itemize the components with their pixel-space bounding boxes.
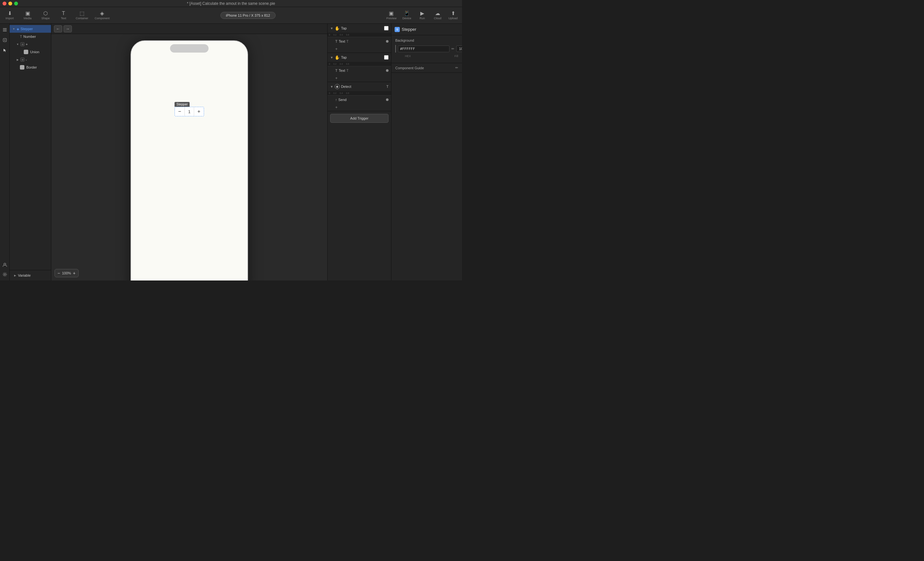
maximize-button[interactable] bbox=[14, 1, 18, 6]
trigger-add-tap1[interactable]: + bbox=[328, 45, 391, 52]
component-guide-label: Component Guide bbox=[395, 66, 424, 70]
run-label: Run bbox=[420, 16, 425, 20]
layer-item-plus-group[interactable]: ▼ ⊞ + bbox=[10, 40, 51, 48]
media-icon: ▣ bbox=[26, 11, 30, 16]
toolbar-shape[interactable]: ⬡ Shape bbox=[40, 11, 51, 20]
add-trigger-button[interactable]: Add Trigger bbox=[330, 114, 388, 123]
stepper-minus-button[interactable]: − bbox=[175, 107, 184, 116]
settings-btn[interactable] bbox=[1, 271, 8, 278]
hex-label: HEX bbox=[405, 54, 411, 58]
action-send-name: Send bbox=[339, 98, 347, 102]
border-shape-icon bbox=[20, 65, 24, 70]
trigger-header-tap2[interactable]: ▼ ✋ Tap bbox=[328, 53, 391, 62]
svg-rect-2 bbox=[3, 31, 7, 31]
toolbar-text[interactable]: T Text bbox=[58, 11, 69, 20]
background-section: Background ✏ HEX Fill bbox=[392, 35, 462, 63]
zoom-value: 100% bbox=[62, 271, 71, 275]
fill-input[interactable] bbox=[456, 45, 462, 52]
canvas-toolbar: ← → bbox=[51, 24, 327, 34]
app-layout: ⬇ Import ▣ Media ⬡ Shape T Text ⬚ Contai… bbox=[0, 7, 462, 280]
window-controls[interactable] bbox=[3, 1, 18, 6]
layer-union-name: Union bbox=[30, 50, 39, 54]
add-trigger-label: Add Trigger bbox=[350, 117, 369, 120]
trigger-section-detect: ▼ ◉ Detect T 0 0.2 0.4 0.6 ↑ Send + bbox=[328, 82, 391, 111]
toolbar-media[interactable]: ▣ Media bbox=[22, 11, 33, 20]
detect-T-icon: T bbox=[386, 85, 388, 88]
color-swatch[interactable] bbox=[395, 45, 396, 52]
group-plus-icon: ⊞ bbox=[21, 42, 24, 46]
minimize-button[interactable] bbox=[8, 1, 12, 6]
props-header: S Stepper bbox=[392, 24, 462, 35]
group-minus-icon: ⊞ bbox=[21, 58, 24, 61]
svg-rect-0 bbox=[3, 28, 7, 29]
layer-item-stepper[interactable]: ▼ ◈ Stepper bbox=[10, 25, 51, 33]
stepper-plus-button[interactable]: + bbox=[194, 107, 204, 116]
nav-forward-button[interactable]: → bbox=[63, 25, 72, 32]
nav-back-button[interactable]: ← bbox=[54, 25, 62, 32]
icon-sidebar bbox=[0, 24, 10, 280]
action-text2-name: Text bbox=[339, 69, 345, 72]
phone-notch bbox=[170, 44, 208, 52]
close-button[interactable] bbox=[3, 1, 6, 6]
layer-border-name: Border bbox=[26, 66, 37, 69]
cursor-btn[interactable] bbox=[1, 47, 8, 54]
toolbar-device[interactable]: 📱 Device bbox=[402, 11, 412, 20]
cloud-label: Cloud bbox=[434, 16, 441, 20]
trigger-header-detect[interactable]: ▼ ◉ Detect T bbox=[328, 82, 391, 91]
chevron-variable: ▶ bbox=[14, 274, 16, 277]
trigger-add-tap2[interactable]: + bbox=[328, 75, 391, 82]
trigger-section-tap2: ▼ ✋ Tap 0 0.2 0.4 0.6 T Text T bbox=[328, 53, 391, 82]
layer-item-border[interactable]: Border bbox=[10, 63, 51, 71]
component-label: Component bbox=[94, 16, 110, 20]
layer-plus-name: + bbox=[26, 42, 28, 46]
component-guide-edit-icon[interactable]: ✏ bbox=[455, 66, 458, 70]
background-label: Background bbox=[395, 39, 458, 42]
trigger-tap1-name: Tap bbox=[341, 26, 383, 30]
layer-item-union[interactable]: Union bbox=[10, 48, 51, 56]
add-layer-btn[interactable] bbox=[1, 37, 8, 43]
trigger-tap2-name: Tap bbox=[341, 55, 383, 59]
svg-rect-1 bbox=[3, 30, 7, 30]
toolbar-preview[interactable]: ▣ Preview bbox=[386, 11, 396, 20]
component-icon: ◈ bbox=[100, 11, 104, 16]
toolbar-container[interactable]: ⬚ Container bbox=[76, 11, 88, 20]
variable-item[interactable]: ▶ Variable bbox=[12, 273, 48, 278]
layer-stepper-name: Stepper bbox=[21, 27, 33, 31]
toolbar-upload[interactable]: ⬆ Upload bbox=[448, 11, 458, 20]
toolbar-component[interactable]: ◈ Component bbox=[94, 11, 110, 20]
pencil-icon[interactable]: ✏ bbox=[452, 47, 454, 51]
action-text1-name: Text bbox=[339, 39, 345, 43]
user-btn[interactable] bbox=[1, 261, 8, 268]
device-selector[interactable]: iPhone 11 Pro / X 375 x 812 bbox=[220, 12, 276, 19]
layer-item-minus-group[interactable]: ▶ ⊞ - bbox=[10, 56, 51, 63]
canvas-viewport[interactable]: Stepper − 1 + bbox=[51, 34, 327, 280]
layers-toggle[interactable] bbox=[1, 26, 8, 33]
chevron-tap1: ▼ bbox=[330, 27, 333, 30]
zoom-bar: − 100% + bbox=[54, 269, 79, 277]
run-icon: ▶ bbox=[420, 11, 424, 16]
upload-label: Upload bbox=[448, 16, 458, 20]
svg-point-6 bbox=[4, 263, 6, 265]
trigger-add-detect[interactable]: + bbox=[328, 104, 391, 111]
chevron-detect: ▼ bbox=[330, 85, 333, 88]
chevron-plus: ▼ bbox=[16, 43, 19, 46]
toolbar-run[interactable]: ▶ Run bbox=[417, 11, 428, 20]
toolbar-cloud[interactable]: ☁ Cloud bbox=[432, 11, 443, 20]
dot-detect bbox=[386, 99, 388, 101]
fill-label: Fill bbox=[454, 54, 459, 58]
trigger-header-tap1[interactable]: ▼ ✋ Tap bbox=[328, 24, 391, 33]
zoom-in-button[interactable]: + bbox=[73, 271, 75, 276]
zoom-out-button[interactable]: − bbox=[57, 271, 60, 276]
stepper-component-icon: ◈ bbox=[16, 27, 19, 31]
component-guide-row[interactable]: Component Guide ✏ bbox=[392, 63, 462, 73]
toolbar-import[interactable]: ⬇ Import bbox=[4, 11, 15, 20]
layer-item-number[interactable]: T Number bbox=[10, 33, 51, 40]
props-title: Stepper bbox=[402, 27, 417, 32]
toolbar-right: ▣ Preview 📱 Device ▶ Run ☁ Cloud ⬆ Uploa… bbox=[386, 11, 458, 20]
layer-number-name: Number bbox=[23, 34, 36, 39]
hex-input[interactable] bbox=[398, 45, 450, 52]
svg-point-8 bbox=[3, 273, 6, 276]
text-label: Text bbox=[61, 16, 66, 20]
triggers-panel: ▼ ✋ Tap 0 0.2 0.4 0.6 T Text T bbox=[327, 24, 392, 280]
trigger-action-text2: T Text T bbox=[328, 66, 391, 75]
